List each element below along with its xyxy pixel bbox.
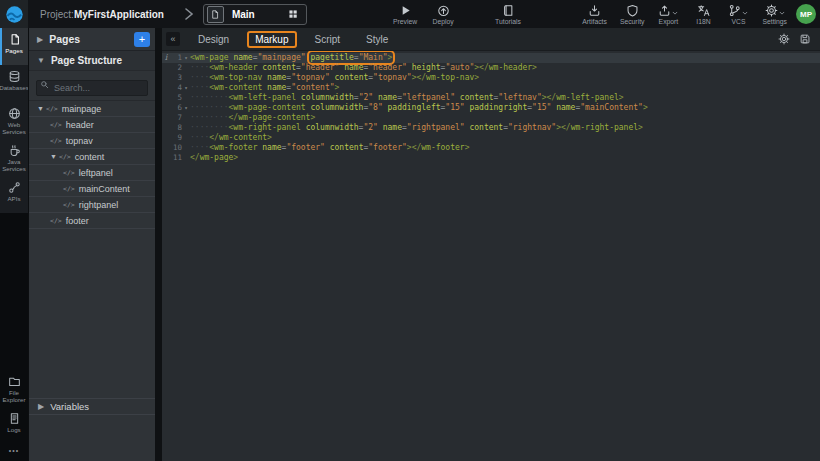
panel-scrollbar[interactable] — [155, 28, 162, 461]
gear-icon[interactable] — [778, 33, 790, 45]
project-name: Project:MyFirstApplication — [40, 9, 164, 20]
pages-icon — [8, 33, 21, 46]
tab-script[interactable]: Script — [307, 31, 349, 48]
search-icon — [40, 80, 49, 89]
fold-caret-icon — [182, 123, 190, 133]
pages-panel-header[interactable]: ▶ Pages + — [29, 28, 155, 51]
play-icon — [399, 4, 412, 17]
tab-markup[interactable]: Markup — [247, 31, 296, 48]
tab-style[interactable]: Style — [358, 31, 396, 48]
tree-node-header[interactable]: </>header — [29, 117, 155, 133]
save-icon[interactable] — [799, 33, 811, 45]
tab-design[interactable]: Design — [190, 31, 237, 48]
chevron-right-icon — [184, 7, 194, 21]
fold-caret-icon — [182, 93, 190, 103]
avatar[interactable]: MP — [796, 4, 816, 24]
sidebar-item-pages[interactable]: Pages — [0, 28, 28, 65]
info-marker-icon — [162, 133, 170, 143]
deploy-button[interactable]: Deploy — [432, 4, 454, 25]
page-tab-label: Main — [232, 9, 280, 20]
security-icon — [626, 4, 639, 17]
sidebar-item-web-services[interactable]: Web Services — [0, 102, 28, 139]
sidebar-item-databases[interactable]: Databases — [0, 65, 28, 102]
code-icon: </> — [59, 153, 71, 161]
variables-title: Variables — [50, 401, 89, 412]
code-line-10: 10····<wm-footer name="footer" content="… — [162, 143, 820, 153]
wavemaker-logo-icon[interactable] — [0, 0, 28, 28]
code-line-4: 4▾····<wm-content name="content"> — [162, 83, 820, 93]
artifacts-button[interactable]: Artifacts — [582, 4, 607, 25]
settings-button[interactable]: Settings — [762, 4, 787, 25]
i18n-button[interactable]: I18N — [692, 4, 714, 25]
gutter: 8 — [162, 123, 190, 133]
project-label: Project: — [40, 9, 74, 20]
vcs-button[interactable]: VCS — [727, 4, 749, 25]
grid-icon[interactable] — [288, 9, 298, 19]
sidebar-item-file-explorer[interactable]: File Explorer — [0, 370, 28, 407]
editor-tab-bar: « DesignMarkupScriptStyle — [162, 28, 820, 51]
collapse-panel-button[interactable]: « — [166, 32, 180, 46]
more-options-button[interactable]: ••• — [0, 447, 28, 454]
wavemaker-studio: Project:MyFirstApplication Main PreviewD… — [0, 0, 820, 461]
topbar-actions-right: ArtifactsSecurityExportI18NVCSSettings — [582, 4, 787, 25]
tree-node-leftpanel[interactable]: </>leftpanel — [29, 165, 155, 181]
code-icon: </> — [63, 201, 75, 209]
sidebar-item-java-services[interactable]: Java Services — [0, 139, 28, 176]
code-line-5: 5········<wm-left-panel columnwidth="2" … — [162, 93, 820, 103]
fold-caret-icon[interactable]: ▾ — [182, 103, 190, 113]
add-page-button[interactable]: + — [134, 32, 150, 47]
info-marker-icon — [162, 143, 170, 153]
java-services-icon — [8, 144, 21, 157]
main-row: PagesDatabasesWeb ServicesJava ServicesA… — [0, 28, 820, 461]
gutter: 2 — [162, 63, 190, 73]
code-line-6: 6▾········<wm-page-content columnwidth="… — [162, 103, 820, 113]
info-marker-icon — [162, 153, 170, 163]
variables-section[interactable]: ▶ Variables — [29, 398, 155, 415]
fold-caret-icon[interactable]: ▾ — [182, 83, 190, 93]
annotation-highlight: pagetitle="Main"> — [310, 53, 392, 62]
info-marker-icon: i — [162, 53, 170, 63]
markup-code-editor[interactable]: i1▾<wm-page name="mainpage" pagetitle="M… — [162, 51, 820, 461]
info-marker-icon — [162, 83, 170, 93]
tree-node-footer[interactable]: </>footer — [29, 213, 155, 229]
search-area — [29, 71, 155, 101]
tree-node-mainContent[interactable]: </>mainContent — [29, 181, 155, 197]
page-tab-main[interactable]: Main — [203, 4, 307, 25]
artifacts-icon — [588, 4, 601, 17]
activity-top-items: PagesDatabasesWeb ServicesJava ServicesA… — [0, 28, 28, 213]
chevron-down-icon — [742, 10, 748, 16]
page-structure-header[interactable]: ▼ Page Structure — [29, 51, 155, 71]
code-icon: </> — [50, 137, 62, 145]
caret-right-icon: ▶ — [37, 35, 43, 44]
pages-panel: ▶ Pages + ▼ Page Structure ▼</>mainpage<… — [28, 28, 155, 461]
caret-down-icon: ▼ — [37, 56, 45, 65]
fold-caret-icon — [182, 143, 190, 153]
activity-bottom-items: File ExplorerLogs — [0, 370, 28, 444]
pages-panel-title: Pages — [49, 33, 134, 45]
tree-node-content[interactable]: ▼</>content — [29, 149, 155, 165]
activity-bar: PagesDatabasesWeb ServicesJava ServicesA… — [0, 28, 28, 461]
page-structure-title: Page Structure — [51, 55, 155, 66]
fold-caret-icon — [182, 153, 190, 163]
code-line-7: 7········</wm-page-content> — [162, 113, 820, 123]
sidebar-item-logs[interactable]: Logs — [0, 407, 28, 444]
tree-node-mainpage[interactable]: ▼</>mainpage — [29, 101, 155, 117]
activity-bottom-section: File ExplorerLogs ••• — [0, 213, 28, 461]
info-marker-icon — [162, 123, 170, 133]
info-marker-icon — [162, 63, 170, 73]
search-input[interactable] — [36, 80, 148, 96]
tree-node-topnav[interactable]: </>topnav — [29, 133, 155, 149]
preview-button[interactable]: Preview — [393, 4, 417, 25]
export-button[interactable]: Export — [657, 4, 679, 25]
fold-caret-icon — [182, 133, 190, 143]
file-explorer-icon — [8, 375, 21, 388]
tutorials-button[interactable]: Tutorials — [495, 4, 521, 25]
sidebar-item-apis[interactable]: APIs — [0, 176, 28, 213]
databases-icon — [8, 70, 21, 83]
deploy-icon — [437, 4, 450, 17]
info-marker-icon — [162, 93, 170, 103]
fold-caret-icon[interactable]: ▾ — [182, 53, 190, 63]
page-file-icon — [207, 6, 224, 23]
tree-node-rightpanel[interactable]: </>rightpanel — [29, 197, 155, 213]
security-button[interactable]: Security — [620, 4, 645, 25]
